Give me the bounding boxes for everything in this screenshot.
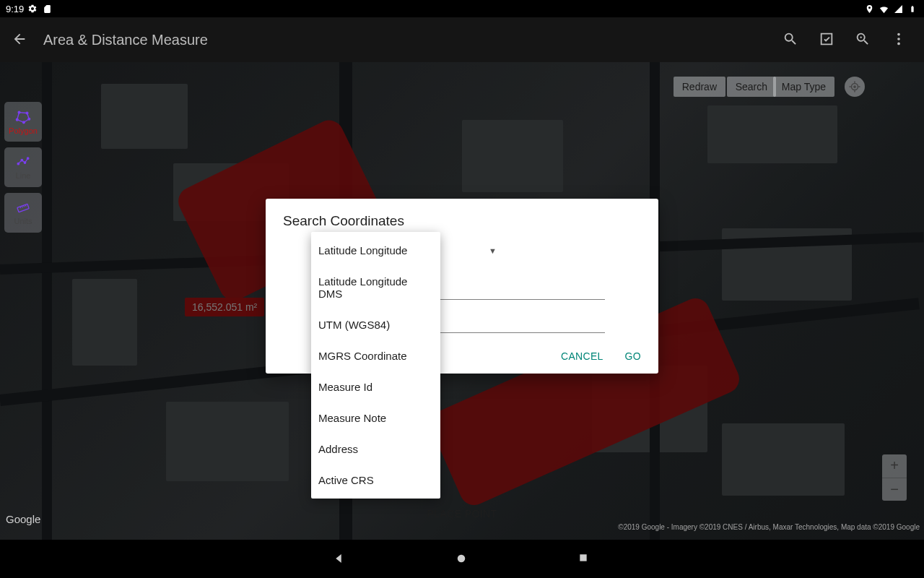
- cancel-button[interactable]: CANCEL: [561, 350, 603, 362]
- svg-point-14: [854, 86, 855, 87]
- go-button[interactable]: GO: [625, 350, 641, 362]
- place-point-button[interactable]: PLACE POINT: [427, 508, 497, 519]
- dropdown-item-utm[interactable]: UTM (WGS84): [311, 309, 440, 340]
- dropdown-item-measure-note[interactable]: Measure Note: [311, 402, 440, 434]
- crosshair-icon: [848, 80, 861, 93]
- dropdown-item-latlon[interactable]: Latitude Longitude: [311, 235, 440, 266]
- svg-point-10: [24, 161, 26, 163]
- map-image-icon[interactable]: [819, 31, 836, 48]
- back-arrow-icon[interactable]: [12, 31, 29, 48]
- zoom-out-button[interactable]: −: [882, 478, 907, 501]
- nav-back-icon[interactable]: [332, 552, 346, 566]
- tool-polygon[interactable]: Polygon: [4, 102, 42, 142]
- svg-point-0: [897, 33, 900, 36]
- svg-point-7: [16, 118, 18, 121]
- svg-point-9: [21, 159, 23, 161]
- dropdown-item-measure-id[interactable]: Measure Id: [311, 371, 440, 402]
- app-bar: Area & Distance Measure: [0, 17, 924, 62]
- svg-point-6: [23, 121, 25, 123]
- svg-point-8: [17, 163, 19, 165]
- redraw-label: Redraw: [682, 81, 717, 92]
- search-icon[interactable]: [783, 31, 800, 48]
- line-icon: [14, 155, 32, 170]
- svg-point-11: [27, 157, 29, 159]
- tool-units-label: Units: [14, 217, 32, 225]
- search-label: Search: [736, 81, 767, 92]
- tool-units[interactable]: Units: [4, 193, 42, 233]
- battery-icon: [907, 3, 918, 14]
- zoom-in-button[interactable]: +: [882, 454, 907, 478]
- svg-point-4: [26, 112, 28, 114]
- nav-home-icon[interactable]: [455, 552, 469, 566]
- maptype-label: Map Type: [782, 81, 826, 92]
- zoom-control: + −: [882, 454, 907, 501]
- status-bar: 9:19: [0, 0, 924, 17]
- search-button[interactable]: Search: [727, 77, 776, 97]
- svg-point-2: [897, 43, 900, 46]
- dropdown-item-latlon-dms[interactable]: Latitude Longitude DMS: [311, 266, 440, 309]
- svg-point-1: [897, 38, 900, 40]
- location-pin-icon: [863, 3, 875, 14]
- redraw-button[interactable]: Redraw: [674, 77, 725, 97]
- status-time: 9:19: [6, 4, 24, 14]
- svg-point-15: [458, 554, 466, 562]
- tool-line-label: Line: [16, 171, 31, 180]
- svg-rect-12: [17, 204, 29, 212]
- locate-me-button[interactable]: [845, 77, 865, 97]
- svg-point-5: [28, 118, 30, 120]
- cell-signal-icon: [892, 3, 904, 14]
- more-vert-icon[interactable]: [891, 31, 908, 48]
- coordinate-type-menu: Latitude Longitude Latitude Longitude DM…: [311, 232, 440, 499]
- dropdown-item-mgrs[interactable]: MGRS Coordinate: [311, 340, 440, 371]
- dropdown-item-active-crs[interactable]: Active CRS: [311, 465, 440, 496]
- ruler-icon: [14, 201, 32, 215]
- nav-recent-icon[interactable]: [578, 552, 592, 566]
- chevron-down-icon: ▼: [489, 246, 497, 255]
- tool-polygon-label: Polygon: [9, 126, 38, 135]
- map-viewport[interactable]: 16,552.051 m² Polygon Line Units Redraw …: [0, 62, 924, 540]
- settings-gear-icon: [27, 3, 38, 14]
- system-nav-bar: [0, 540, 924, 578]
- zoom-in-icon[interactable]: [855, 31, 872, 48]
- google-logo: Google: [6, 513, 40, 525]
- svg-rect-16: [580, 554, 586, 561]
- maptype-button[interactable]: Map Type: [773, 77, 834, 97]
- page-title: Area & Distance Measure: [43, 32, 768, 48]
- dropdown-item-address[interactable]: Address: [311, 434, 440, 465]
- dialog-title: Search Coordinates: [283, 213, 641, 229]
- polygon-icon: [14, 109, 32, 125]
- tool-line[interactable]: Line: [4, 147, 42, 187]
- svg-point-3: [18, 111, 20, 113]
- wifi-icon: [878, 3, 889, 14]
- map-attribution: ©2019 Google - Imagery ©2019 CNES / Airb…: [618, 523, 920, 531]
- sd-card-icon: [41, 3, 53, 14]
